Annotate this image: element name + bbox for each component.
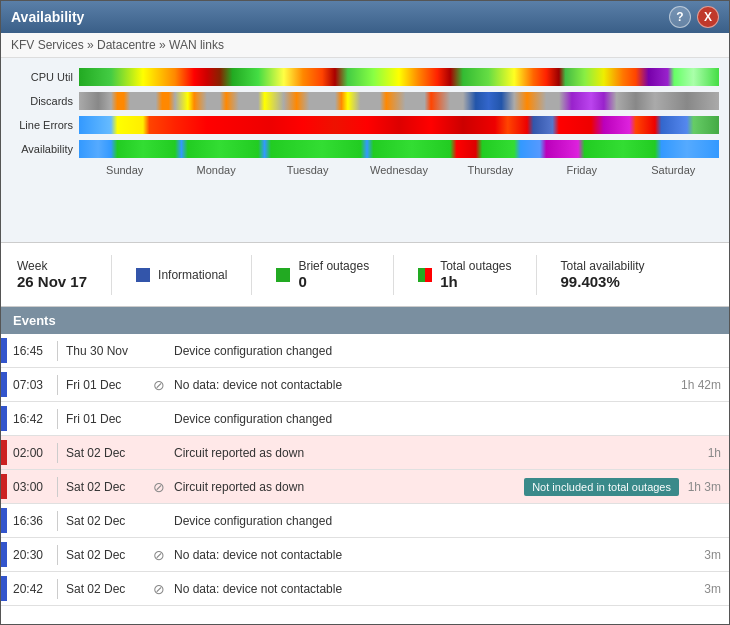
stat-divider-4	[536, 255, 537, 295]
chart-row-availability: Availability	[11, 138, 719, 160]
event-description: No data: device not contactable	[170, 548, 679, 562]
event-duration: 3m	[679, 548, 729, 562]
cpu-bar-fill	[79, 68, 719, 86]
event-description: Device configuration changed	[170, 344, 679, 358]
brief-value: 0	[298, 273, 369, 290]
errors-bar-fill	[79, 116, 719, 134]
help-button[interactable]: ?	[669, 6, 691, 28]
event-date: Sat 02 Dec	[58, 480, 148, 494]
stat-divider-3	[393, 255, 394, 295]
event-date: Fri 01 Dec	[58, 412, 148, 426]
events-section: Events 16:45 Thu 30 Nov Device configura…	[1, 307, 729, 624]
availability-bar-fill	[79, 140, 719, 158]
event-date: Fri 01 Dec	[58, 378, 148, 392]
availability-bar	[79, 140, 719, 158]
title-bar-buttons: ? X	[669, 6, 719, 28]
stat-divider-2	[251, 255, 252, 295]
errors-bar	[79, 116, 719, 134]
event-duration: 1h 3m	[679, 480, 729, 494]
stat-total: Total outages 1h	[418, 259, 511, 290]
week-label: Week	[17, 259, 87, 273]
axis-thursday: Thursday	[445, 164, 536, 176]
event-date: Thu 30 Nov	[58, 344, 148, 358]
stat-week: Week 26 Nov 17	[17, 259, 87, 290]
axis-friday: Friday	[536, 164, 627, 176]
event-row[interactable]: 07:03 Fri 01 Dec ⊘ No data: device not c…	[1, 368, 729, 402]
event-duration: 1h	[679, 446, 729, 460]
availability-stat-value: 99.403%	[561, 273, 645, 290]
availability-window: Availability ? X KFV Services » Datacent…	[0, 0, 730, 625]
stat-divider-1	[111, 255, 112, 295]
event-duration: 3m	[679, 582, 729, 596]
availability-label: Availability	[11, 143, 79, 155]
axis-sunday: Sunday	[79, 164, 170, 176]
event-row[interactable]: 02:00 Sat 02 Dec Circuit reported as dow…	[1, 436, 729, 470]
event-description: Circuit reported as down	[170, 446, 679, 460]
event-row[interactable]: 16:45 Thu 30 Nov Device configuration ch…	[1, 334, 729, 368]
event-time: 16:45	[7, 344, 57, 358]
stat-availability: Total availability 99.403%	[561, 259, 645, 290]
axis-saturday: Saturday	[628, 164, 719, 176]
brief-stack: Brief outages 0	[298, 259, 369, 290]
event-time: 02:00	[7, 446, 57, 460]
event-time: 07:03	[7, 378, 57, 392]
events-header: Events	[1, 307, 729, 334]
informational-label: Informational	[158, 268, 227, 282]
event-date: Sat 02 Dec	[58, 514, 148, 528]
event-row[interactable]: 16:42 Fri 01 Dec Device configuration ch…	[1, 402, 729, 436]
axis-tuesday: Tuesday	[262, 164, 353, 176]
event-row[interactable]: 20:30 Sat 02 Dec ⊘ No data: device not c…	[1, 538, 729, 572]
informational-legend	[136, 268, 150, 282]
event-description: Device configuration changed	[170, 514, 679, 528]
event-date: Sat 02 Dec	[58, 582, 148, 596]
stat-informational: Informational	[136, 268, 227, 282]
event-icon: ⊘	[148, 581, 170, 597]
breadcrumb: KFV Services » Datacentre » WAN links	[1, 33, 729, 58]
event-time: 16:42	[7, 412, 57, 426]
event-date: Sat 02 Dec	[58, 548, 148, 562]
axis-wednesday: Wednesday	[353, 164, 444, 176]
event-description: Device configuration changed	[170, 412, 679, 426]
availability-stat-label: Total availability	[561, 259, 645, 273]
event-row[interactable]: 03:00 Sat 02 Dec ⊘ Circuit reported as d…	[1, 470, 729, 504]
event-icon: ⊘	[148, 377, 170, 393]
stat-brief: Brief outages 0	[276, 259, 369, 290]
week-value: 26 Nov 17	[17, 273, 87, 290]
event-time: 20:30	[7, 548, 57, 562]
chart-row-cpu: CPU Util	[11, 66, 719, 88]
event-time: 16:36	[7, 514, 57, 528]
event-icon: ⊘	[148, 547, 170, 563]
event-time: 20:42	[7, 582, 57, 596]
event-icon: ⊘	[148, 479, 170, 495]
cpu-label: CPU Util	[11, 71, 79, 83]
title-bar: Availability ? X	[1, 1, 729, 33]
errors-label: Line Errors	[11, 119, 79, 131]
total-legend	[418, 268, 432, 282]
not-included-badge: Not included in total outages	[524, 478, 679, 496]
brief-legend	[276, 268, 290, 282]
total-label: Total outages	[440, 259, 511, 273]
discards-bar-fill	[79, 92, 719, 110]
close-button[interactable]: X	[697, 6, 719, 28]
event-duration: 1h 42m	[679, 378, 729, 392]
chart-axis: Sunday Monday Tuesday Wednesday Thursday…	[79, 164, 719, 176]
chart-row-discards: Discards	[11, 90, 719, 112]
event-description: Circuit reported as down	[170, 480, 524, 494]
window-title: Availability	[11, 9, 84, 25]
event-row[interactable]: 16:36 Sat 02 Dec Device configuration ch…	[1, 504, 729, 538]
events-table[interactable]: 16:45 Thu 30 Nov Device configuration ch…	[1, 334, 729, 624]
total-stack: Total outages 1h	[440, 259, 511, 290]
event-description: No data: device not contactable	[170, 582, 679, 596]
event-description: No data: device not contactable	[170, 378, 679, 392]
event-time: 03:00	[7, 480, 57, 494]
stats-bar: Week 26 Nov 17 Informational Brief outag…	[1, 243, 729, 307]
event-row[interactable]: 20:42 Sat 02 Dec ⊘ No data: device not c…	[1, 572, 729, 606]
brief-label: Brief outages	[298, 259, 369, 273]
event-date: Sat 02 Dec	[58, 446, 148, 460]
cpu-bar	[79, 68, 719, 86]
chart-rows: CPU Util Discards Line Errors Availabili…	[11, 66, 719, 160]
chart-row-errors: Line Errors	[11, 114, 719, 136]
total-value: 1h	[440, 273, 511, 290]
breadcrumb-text: KFV Services » Datacentre » WAN links	[11, 38, 224, 52]
discards-bar	[79, 92, 719, 110]
